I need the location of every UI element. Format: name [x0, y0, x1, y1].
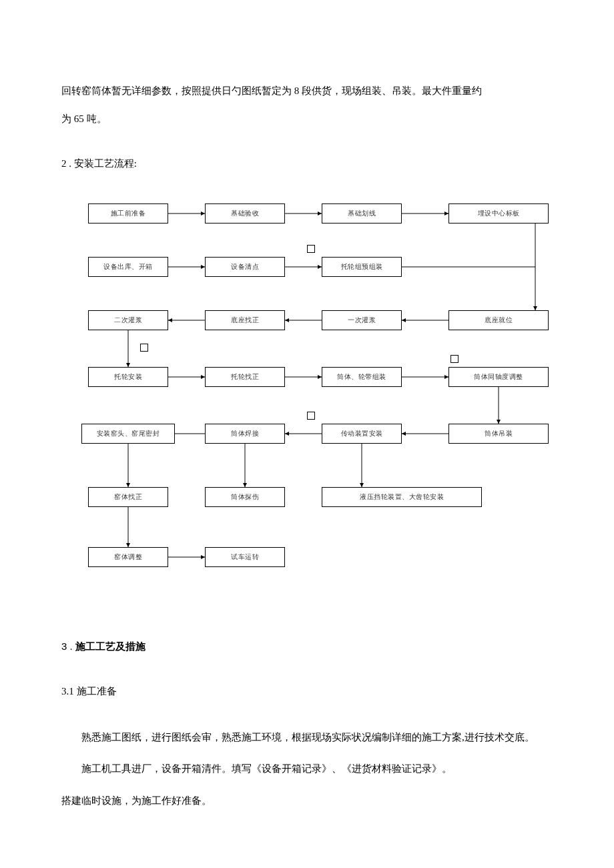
flow-square — [307, 412, 315, 420]
flow-box: 筒体同轴度调整 — [448, 367, 549, 387]
paragraph-intro-1: 回转窑筒体暂无详细参数，按照提供日勺图纸暂定为 8 段供货，现场组装、吊装。最大… — [61, 77, 553, 105]
flow-box: 筒体探伤 — [205, 487, 285, 507]
section-3-heading: 3 . 施工工艺及措施 — [61, 634, 553, 660]
flow-box: 施工前准备 — [88, 203, 168, 224]
flow-box: 窑体调整 — [88, 547, 168, 567]
paragraph-3-1-c: 搭建临时设施，为施工作好准备。 — [61, 787, 553, 816]
flow-box: 筒体焊接 — [205, 424, 285, 444]
section-3-1-heading: 3.1 施工准备 — [61, 679, 553, 705]
flow-box: 基础划线 — [322, 203, 402, 224]
document-body: 回转窑筒体暂无详细参数，按照提供日勺图纸暂定为 8 段供货，现场组装、吊装。最大… — [0, 0, 614, 815]
flow-box: 底座找正 — [205, 310, 285, 330]
flow-square — [140, 344, 148, 352]
section-3-number: 3 . — [61, 640, 75, 652]
flow-box: 底座就位 — [448, 310, 549, 330]
flow-box: 传动装置安装 — [322, 424, 402, 444]
flow-box: 安装窑头、窑尾密封 — [81, 424, 175, 444]
flow-box: 设备出库、开箱 — [88, 257, 168, 277]
flow-box: 设备清点 — [205, 257, 285, 277]
flow-box: 基础验收 — [205, 203, 285, 224]
flowchart: 施工前准备 基础验收 基础划线 埋设中心标板 设备出库、开箱 设备清点 托轮组预… — [81, 200, 562, 614]
paragraph-3-1-a: 熟悉施工图纸，进行图纸会审，熟悉施工环境，根据现场实际状况编制详细的施工方案,进… — [61, 723, 553, 753]
section-3-title: 施工工艺及措施 — [75, 641, 145, 652]
paragraph-3-1-b: 施工机工具进厂，设备开箱清件。填写《设备开箱记录》、《进货材料验证记录》。 — [61, 755, 553, 784]
flow-box: 液压挡轮装置、大齿轮安装 — [322, 487, 482, 507]
flow-box: 筒体、轮带组装 — [322, 367, 402, 387]
flow-box: 托轮组预组装 — [322, 257, 402, 277]
flow-box: 试车运转 — [205, 547, 285, 567]
flow-box: 窑体找正 — [88, 487, 168, 507]
section-2-heading: 2 . 安装工艺流程: — [61, 151, 553, 177]
flow-square — [450, 355, 458, 363]
flow-box: 二次灌浆 — [88, 310, 168, 330]
flow-square — [307, 245, 315, 253]
flow-box: 一次灌浆 — [322, 310, 402, 330]
flow-box: 埋设中心标板 — [448, 203, 549, 224]
flow-box: 托轮找正 — [205, 367, 285, 387]
paragraph-intro-2: 为 65 吨。 — [61, 105, 553, 133]
flow-box: 托轮安装 — [88, 367, 168, 387]
flow-box: 筒体吊装 — [448, 424, 549, 444]
